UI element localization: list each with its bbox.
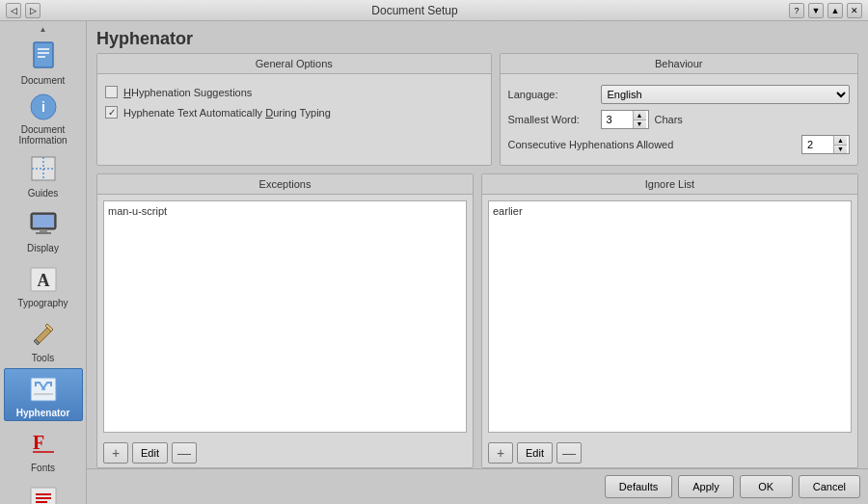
smallest-word-arrows: ▲ ▼ — [633, 111, 646, 128]
language-row: Language: English German French Spanish — [508, 82, 850, 107]
apply-button[interactable]: Apply — [678, 475, 734, 498]
exception-item-0: man-u-script — [108, 205, 462, 217]
main-container: ▲ Document i Document — [0, 21, 868, 504]
svg-rect-0 — [34, 42, 53, 67]
behaviour-content: Language: English German French Spanish … — [501, 74, 857, 165]
window-back-btn[interactable]: ◁ — [6, 3, 21, 18]
cancel-button[interactable]: Cancel — [799, 475, 860, 498]
footer: Defaults Apply OK Cancel — [87, 468, 868, 504]
svg-rect-13 — [36, 232, 51, 234]
ignore-list-panel: Ignore List earlier + Edit — — [481, 173, 858, 468]
info-icon: i — [26, 92, 61, 122]
language-label: Language: — [508, 89, 595, 100]
behaviour-panel: Behaviour Language: English German Frenc… — [500, 53, 858, 166]
smallest-word-down-btn[interactable]: ▼ — [633, 120, 646, 129]
maximize-btn[interactable]: ▲ — [827, 3, 843, 18]
general-options-content: HHyphenation Suggestions Hyphenate Text … — [97, 74, 491, 165]
tools-icon — [26, 316, 61, 351]
consecutive-label: Consecutive Hyphenations Allowed — [508, 139, 674, 150]
exceptions-list[interactable]: man-u-script — [103, 200, 467, 433]
close-btn[interactable]: ✕ — [847, 3, 862, 18]
general-options-title: General Options — [97, 54, 491, 74]
sidebar-item-tools[interactable]: Tools — [4, 313, 83, 366]
sidebar-item-guides[interactable]: Guides — [4, 148, 83, 201]
window-fwd-btn[interactable]: ▷ — [25, 3, 41, 18]
smallest-word-label: Smallest Word: — [508, 114, 595, 125]
document-icon — [26, 39, 61, 73]
hyphenator-icon — [26, 371, 61, 406]
help-btn[interactable]: ? — [789, 3, 804, 18]
sidebar-item-document-label: Document — [21, 75, 66, 86]
sidebar-item-preflight-verifier[interactable]: Preflight Verifier — [4, 478, 83, 504]
sidebar-item-hyphenator[interactable]: Hyphenator — [4, 368, 83, 421]
exceptions-toolbar: + Edit — — [97, 438, 473, 467]
exceptions-add-btn[interactable]: + — [103, 442, 128, 464]
ignore-list-edit-btn[interactable]: Edit — [517, 442, 553, 464]
sidebar-item-tools-label: Tools — [32, 353, 54, 363]
exceptions-title: Exceptions — [97, 174, 473, 195]
sidebar-item-document-information[interactable]: i Document Information — [4, 91, 83, 146]
ignore-list-remove-btn[interactable]: — — [556, 442, 582, 464]
hyphenate-auto-row: Hyphenate Text Automatically During Typi… — [105, 102, 483, 122]
consecutive-row: Consecutive Hyphenations Allowed 2 ▲ ▼ — [508, 132, 850, 157]
title-bar: ◁ ▷ Document Setup ? ▼ ▲ ✕ — [0, 0, 868, 21]
ignore-list-list[interactable]: earlier — [488, 200, 852, 433]
svg-text:A: A — [37, 271, 49, 290]
consecutive-arrows: ▲ ▼ — [833, 136, 847, 153]
ignore-list-toolbar: + Edit — — [482, 438, 857, 467]
fonts-icon: F — [26, 426, 61, 461]
ignore-list-add-btn[interactable]: + — [488, 442, 513, 464]
exceptions-edit-btn[interactable]: Edit — [132, 442, 168, 464]
smallest-word-row: Smallest Word: 3 ▲ ▼ Chars — [508, 107, 850, 132]
svg-text:i: i — [41, 99, 45, 115]
defaults-button[interactable]: Defaults — [605, 475, 672, 498]
sidebar-item-display[interactable]: Display — [4, 203, 83, 256]
sidebar-item-fonts-label: Fonts — [31, 463, 55, 473]
exceptions-panel: Exceptions man-u-script + Edit — — [96, 173, 474, 468]
consecutive-value: 2 — [804, 139, 813, 150]
content-header: Hyphenator — [87, 21, 868, 53]
sidebar-item-fonts[interactable]: F Fonts — [4, 423, 83, 476]
page-title: Hyphenator — [96, 29, 193, 48]
consecutive-up-btn[interactable]: ▲ — [833, 136, 847, 146]
window-title: Document Setup — [371, 4, 457, 17]
title-bar-left: ◁ ▷ — [6, 3, 41, 18]
behaviour-title: Behaviour — [501, 54, 857, 74]
sidebar-item-document-information-label: Document Information — [7, 124, 80, 146]
preflight-icon — [26, 481, 61, 504]
hyphenation-suggestions-checkbox[interactable] — [105, 86, 118, 98]
smallest-word-spinbox[interactable]: 3 ▲ ▼ — [601, 110, 649, 129]
guides-icon — [26, 151, 61, 186]
svg-rect-11 — [33, 215, 54, 227]
ok-button[interactable]: OK — [740, 475, 793, 498]
bottom-panels: Exceptions man-u-script + Edit — Ignore … — [87, 166, 868, 468]
consecutive-spinbox[interactable]: 2 ▲ ▼ — [801, 135, 850, 154]
sidebar-item-display-label: Display — [27, 243, 59, 253]
hyphenate-auto-checkbox[interactable] — [105, 106, 118, 119]
hyphenation-suggestions-row: HHyphenation Suggestions — [105, 82, 483, 102]
language-select[interactable]: English German French Spanish — [601, 85, 850, 104]
title-bar-controls: ? ▼ ▲ ✕ — [789, 3, 862, 18]
general-options-panel: General Options HHyphenation Suggestions… — [96, 53, 492, 166]
hyphenation-suggestions-label: HHyphenation Suggestions — [123, 87, 252, 98]
sidebar: ▲ Document i Document — [0, 21, 87, 504]
top-panels: General Options HHyphenation Suggestions… — [87, 53, 868, 166]
display-icon — [26, 206, 61, 241]
svg-text:F: F — [33, 432, 44, 453]
smallest-word-up-btn[interactable]: ▲ — [633, 111, 646, 120]
ignore-list-title: Ignore List — [482, 174, 857, 195]
consecutive-down-btn[interactable]: ▼ — [833, 146, 847, 154]
sidebar-item-guides-label: Guides — [28, 188, 59, 199]
minimize-btn[interactable]: ▼ — [808, 3, 824, 18]
sidebar-item-hyphenator-label: Hyphenator — [16, 408, 70, 418]
chars-label: Chars — [655, 114, 683, 125]
smallest-word-value: 3 — [604, 114, 612, 125]
sidebar-item-typography-label: Typography — [17, 298, 68, 308]
content-wrapper: Hyphenator General Options HHyphenation … — [87, 21, 868, 504]
sidebar-item-document[interactable]: Document — [4, 36, 83, 89]
sidebar-item-typography[interactable]: A Typography — [4, 258, 83, 311]
ignore-item-0: earlier — [493, 205, 847, 217]
exceptions-remove-btn[interactable]: — — [172, 442, 197, 464]
typography-icon: A — [26, 261, 61, 296]
sidebar-scroll-up[interactable]: ▲ — [2, 25, 85, 34]
